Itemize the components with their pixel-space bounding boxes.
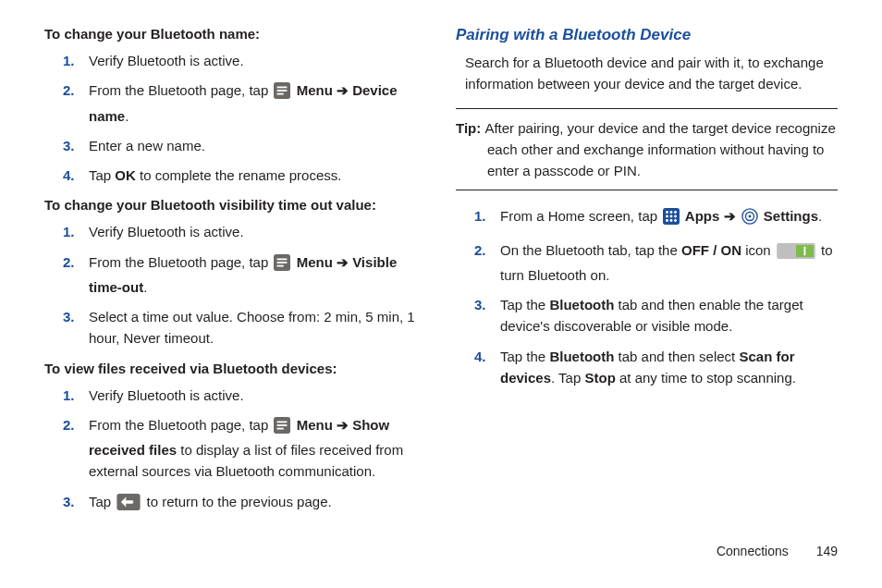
tip-text: After pairing, your device and the targe… <box>484 120 835 179</box>
step-text: Tap <box>89 167 115 183</box>
heading-visibility: To change your Bluetooth visibility time… <box>44 197 426 213</box>
step-text: From the Bluetooth page, tap <box>89 254 272 270</box>
step-text: to complete the rename process. <box>136 167 342 183</box>
step: 1.Verify Bluetooth is active. <box>89 221 426 242</box>
arrow-icon: ➔ <box>337 417 349 433</box>
step-number: 4. <box>63 165 75 186</box>
chapter-name: Connections <box>717 544 789 558</box>
step-text: Verify Bluetooth is active. <box>89 387 244 403</box>
left-column: To change your Bluetooth name: 1.Verify … <box>44 26 426 527</box>
step-number: 3. <box>474 294 486 315</box>
page-number: 149 <box>816 544 838 558</box>
step-text: at any time to stop scanning. <box>616 370 796 386</box>
step-number: 2. <box>63 251 75 273</box>
step-text: From the Bluetooth page, tap <box>89 417 272 433</box>
menu-label: Menu <box>292 82 337 98</box>
step-text: Select a time out value. Choose from: 2 … <box>89 309 415 346</box>
heading-received-files: To view files received via Bluetooth dev… <box>44 361 426 376</box>
step-number: 2. <box>63 414 75 435</box>
section-title-pairing: Pairing with a Bluetooth Device <box>456 26 838 44</box>
step-text: tab and then select <box>614 349 739 364</box>
stop-label: Stop <box>584 370 615 386</box>
menu-icon <box>274 254 290 276</box>
step-number: 3. <box>63 306 75 327</box>
arrow-icon: ➔ <box>337 82 349 98</box>
step-number: 1. <box>63 221 75 242</box>
step: 4.Tap the Bluetooth tab and then select … <box>500 346 838 389</box>
step-text: Tap the <box>500 349 549 364</box>
right-column: Pairing with a Bluetooth Device Search f… <box>456 26 838 527</box>
step-number: 1. <box>474 205 486 227</box>
menu-label: Menu <box>292 417 337 433</box>
step-number: 4. <box>474 346 486 367</box>
step: 3.Enter a new name. <box>89 135 426 156</box>
apps-icon <box>663 208 680 230</box>
step: 1.Verify Bluetooth is active. <box>89 385 426 406</box>
step-number: 3. <box>63 135 75 156</box>
step-number: 1. <box>63 50 75 71</box>
step-text: . Tap <box>551 370 584 386</box>
step-text: Tap the <box>500 297 549 312</box>
arrow-icon: ➔ <box>337 254 349 270</box>
list-visibility: 1.Verify Bluetooth is active. 2.From the… <box>44 221 426 349</box>
list-pairing: 1.From a Home screen, tap Apps ➔ Setting… <box>456 205 838 388</box>
tip-label: Tip: <box>456 120 484 136</box>
step-text: Verify Bluetooth is active. <box>89 224 244 239</box>
step-number: 2. <box>63 80 75 101</box>
heading-change-name: To change your Bluetooth name: <box>44 26 426 42</box>
ok-label: OK <box>115 167 136 183</box>
step-text: Tap <box>89 494 115 509</box>
step: 2.On the Bluetooth tab, tap the OFF / ON… <box>500 239 838 287</box>
step-text: Enter a new name. <box>89 138 205 153</box>
list-received-files: 1.Verify Bluetooth is active. 2.From the… <box>44 385 426 516</box>
back-icon <box>116 494 141 516</box>
step-text: . <box>125 108 129 124</box>
toggle-icon <box>777 243 815 264</box>
list-change-name: 1.Verify Bluetooth is active. 2.From the… <box>44 50 426 186</box>
step: 1.Verify Bluetooth is active. <box>89 50 426 71</box>
bluetooth-label: Bluetooth <box>549 349 614 364</box>
menu-label: Menu <box>292 254 337 270</box>
step: 4.Tap OK to complete the rename process. <box>89 165 426 186</box>
step-number: 2. <box>474 239 486 261</box>
step-text: to return to the previous page. <box>142 494 331 509</box>
settings-icon <box>741 208 758 230</box>
step: 2.From the Bluetooth page, tap Menu ➔ De… <box>89 80 426 127</box>
step: 2.From the Bluetooth page, tap Menu ➔ Vi… <box>89 251 426 299</box>
step: 3.Tap to return to the previous page. <box>89 491 426 516</box>
section-intro: Search for a Bluetooth device and pair w… <box>465 52 838 95</box>
step-text: . <box>143 279 147 295</box>
step: 1.From a Home screen, tap Apps ➔ Setting… <box>500 205 838 230</box>
step-text: . <box>818 208 822 224</box>
page-footer: Connections 149 <box>717 544 838 558</box>
step-number: 1. <box>63 385 75 406</box>
step-text: Verify Bluetooth is active. <box>89 53 244 68</box>
menu-icon <box>274 82 290 104</box>
manual-page: To change your Bluetooth name: 1.Verify … <box>0 0 882 564</box>
apps-label: Apps <box>681 208 723 224</box>
step: 2.From the Bluetooth page, tap Menu ➔ Sh… <box>89 414 426 483</box>
off-on-label: OFF / ON <box>681 242 741 258</box>
settings-label: Settings <box>760 208 818 224</box>
step-number: 3. <box>63 491 75 512</box>
step-text: icon <box>741 242 775 258</box>
step-text: From the Bluetooth page, tap <box>89 82 272 98</box>
bluetooth-label: Bluetooth <box>549 297 614 312</box>
tip-block: Tip: After pairing, your device and the … <box>456 108 838 191</box>
arrow-icon: ➔ <box>724 208 736 224</box>
step: 3.Select a time out value. Choose from: … <box>89 306 426 349</box>
step: 3.Tap the Bluetooth tab and then enable … <box>500 294 838 337</box>
step-text: From a Home screen, tap <box>500 208 661 224</box>
step-text: On the Bluetooth tab, tap the <box>500 242 681 258</box>
menu-icon <box>274 417 290 439</box>
